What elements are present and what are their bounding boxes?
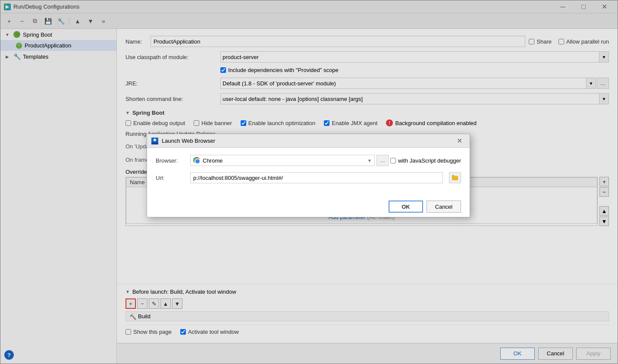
cancel-button[interactable]: Cancel: [538, 348, 573, 360]
activate-window-checkbox[interactable]: [180, 329, 186, 335]
enable-jmx-row[interactable]: Enable JMX agent: [324, 120, 377, 126]
allow-parallel-checkbox-row[interactable]: Allow parallel run: [558, 38, 609, 45]
classpath-select-wrapper: product-server ▼: [220, 51, 609, 63]
classpath-select[interactable]: product-server: [220, 51, 599, 63]
before-launch-header: ▼ Before launch: Build, Activate tool wi…: [125, 289, 609, 295]
bg-compilation-row: ! Background compilation enabled: [386, 119, 477, 126]
jre-select-wrapper: Default (1.8 - SDK of 'product-server' m…: [220, 78, 596, 89]
browser-label: Browser:: [156, 157, 186, 164]
titlebar-left: ▶ Run/Debug Configurations: [4, 3, 79, 10]
before-launch-edit-button[interactable]: ✎: [149, 298, 159, 309]
modal-footer: OK Cancel: [147, 196, 470, 217]
browser-dropdown[interactable]: Chrome ▼: [190, 155, 375, 166]
modal-ok-button[interactable]: OK: [389, 201, 423, 213]
spring-boot-section-title: Spring Boot: [132, 110, 164, 116]
modal-cancel-button[interactable]: Cancel: [427, 201, 461, 213]
close-button[interactable]: ✕: [594, 1, 614, 13]
remove-config-button[interactable]: −: [16, 15, 28, 27]
name-field-label: Name:: [125, 38, 147, 45]
sidebar: ▼ 🌿 Spring Boot 🌱 ProductApplication ▶ 🔧…: [0, 29, 117, 364]
js-debugger-checkbox[interactable]: [390, 158, 396, 163]
browser-row: Browser: Chrome ▼ … with JavaScript debu…: [156, 155, 461, 166]
ok-button[interactable]: OK: [500, 348, 535, 360]
modal-body: Browser: Chrome ▼ … with JavaScript debu…: [147, 148, 470, 196]
jre-label: JRE:: [125, 80, 220, 87]
url-row: Url:: [156, 172, 461, 183]
browser-browse-button[interactable]: …: [376, 155, 389, 166]
show-page-row[interactable]: Show this page: [125, 329, 172, 335]
launch-web-browser-dialog[interactable]: Launch Web Browser ✕ Browser: Chrome ▼ …: [147, 134, 470, 217]
move-down-button[interactable]: ▼: [85, 15, 97, 27]
spring-boot-label: Spring Boot: [23, 31, 52, 38]
enable-jmx-label: Enable JMX agent: [332, 120, 377, 126]
allow-parallel-checkbox[interactable]: [558, 39, 564, 44]
move-up-button[interactable]: ▲: [72, 15, 84, 27]
before-launch-remove-button[interactable]: −: [137, 298, 147, 309]
jre-browse-button[interactable]: …: [597, 78, 609, 89]
enable-jmx-checkbox[interactable]: [324, 120, 329, 126]
before-launch-up-button[interactable]: ▲: [160, 298, 171, 309]
url-browse-button[interactable]: [449, 172, 461, 183]
svg-rect-8: [452, 176, 458, 180]
overrides-actions: + − ▲ ▼: [599, 177, 609, 226]
hide-banner-checkbox[interactable]: [194, 120, 199, 126]
copy-config-button[interactable]: ⧉: [29, 15, 41, 27]
spring-boot-collapse-icon[interactable]: ▼: [125, 110, 130, 115]
help-button[interactable]: ?: [4, 350, 14, 360]
browser-arrow-icon: ▼: [367, 158, 372, 163]
enable-debug-row[interactable]: Enable debug output: [125, 120, 185, 126]
add-override-button[interactable]: +: [599, 177, 609, 186]
save-config-button[interactable]: 💾: [42, 15, 54, 27]
titlebar-buttons: ─ □ ✕: [553, 1, 614, 13]
enable-debug-label: Enable debug output: [133, 120, 185, 126]
sidebar-item-product-app[interactable]: 🌱 ProductApplication: [0, 40, 116, 51]
show-page-checkbox[interactable]: [125, 329, 131, 335]
before-launch-down-button[interactable]: ▼: [172, 298, 182, 309]
classpath-arrow[interactable]: ▼: [599, 51, 609, 63]
hide-banner-row[interactable]: Hide banner: [194, 120, 232, 126]
enable-debug-checkbox[interactable]: [125, 120, 131, 126]
shorten-arrow[interactable]: ▼: [599, 93, 609, 104]
shorten-select-wrapper: user-local default: none - java [options…: [220, 93, 609, 104]
share-checkbox-row[interactable]: Share: [529, 38, 552, 45]
expand-icon-templates: ▶: [4, 53, 11, 60]
chrome-icon: [193, 157, 200, 164]
js-debugger-row[interactable]: with JavaScript debugger: [390, 157, 461, 164]
sidebar-item-spring-boot[interactable]: ▼ 🌿 Spring Boot: [0, 29, 116, 40]
activate-window-label: Activate tool window: [188, 329, 239, 335]
before-launch-add-button[interactable]: +: [125, 298, 136, 309]
spring-boot-icon: 🌿: [13, 31, 20, 38]
spring-boot-section-header: ▼ Spring Boot: [125, 110, 609, 116]
scroll-up-button[interactable]: ▲: [599, 206, 609, 216]
product-app-icon: 🌱: [16, 43, 22, 49]
activate-window-row[interactable]: Activate tool window: [180, 329, 239, 335]
run-debug-configurations-window: ▶ Run/Debug Configurations ─ □ ✕ + − ⧉ 💾…: [0, 0, 618, 364]
browser-value: Chrome: [203, 157, 365, 164]
scroll-down-button[interactable]: ▼: [599, 217, 609, 226]
more-button[interactable]: »: [97, 15, 110, 27]
include-deps-checkbox[interactable]: [220, 67, 226, 73]
remove-override-button[interactable]: −: [599, 187, 609, 197]
settings-button[interactable]: 🔧: [55, 15, 67, 27]
sidebar-item-templates[interactable]: ▶ 🔧 Templates: [0, 51, 116, 62]
jre-arrow[interactable]: ▼: [587, 78, 596, 89]
url-input[interactable]: [190, 172, 443, 183]
jre-select[interactable]: Default (1.8 - SDK of 'product-server' m…: [220, 78, 587, 89]
minimize-button[interactable]: ─: [553, 1, 573, 13]
share-area: Share Allow parallel run: [529, 38, 609, 45]
spring-boot-options: Enable debug output Hide banner Enable l…: [125, 119, 609, 126]
before-launch-toolbar: + − ✎ ▲ ▼: [125, 298, 609, 309]
name-input[interactable]: [151, 36, 525, 47]
share-checkbox[interactable]: [529, 39, 534, 44]
bottom-options: Show this page Activate tool window: [125, 325, 609, 339]
enable-launch-row[interactable]: Enable launch optimization: [241, 120, 315, 126]
shorten-select[interactable]: user-local default: none - java [options…: [220, 93, 599, 104]
apply-button[interactable]: Apply: [576, 348, 611, 360]
enable-launch-checkbox[interactable]: [241, 120, 246, 126]
before-launch-collapse-icon[interactable]: ▼: [125, 289, 130, 294]
add-config-button[interactable]: +: [3, 15, 15, 27]
modal-close-button[interactable]: ✕: [453, 135, 465, 147]
error-icon: !: [386, 119, 393, 126]
maximize-button[interactable]: □: [574, 1, 593, 13]
build-icon: 🔨: [129, 314, 135, 320]
